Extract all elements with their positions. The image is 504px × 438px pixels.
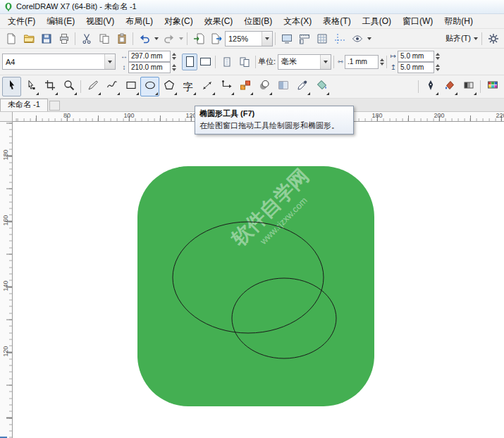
menu-effects[interactable]: 效果(C) [199, 14, 239, 29]
new-tab-button[interactable] [49, 101, 60, 111]
connector-tool[interactable] [216, 77, 235, 96]
undo-list-dropdown[interactable] [153, 31, 160, 46]
color-palette-button[interactable] [483, 77, 502, 96]
transparency-tool[interactable] [273, 77, 293, 96]
open-button[interactable] [20, 30, 37, 47]
duplicate-x-field[interactable]: 5.0 mm [398, 51, 434, 62]
page-width-spinner[interactable] [172, 53, 176, 60]
blend-tool[interactable] [235, 77, 254, 96]
page-height-field[interactable]: 210.0 mm [128, 62, 171, 73]
page-size-combo[interactable]: A4 [2, 54, 116, 70]
artistic-media-tool[interactable] [102, 77, 121, 96]
duplicate-x-spinner[interactable] [436, 53, 440, 60]
color-eyedropper-tool[interactable] [293, 77, 312, 96]
cut-button[interactable] [78, 30, 95, 47]
nudge-distance-field[interactable]: .1 mm [345, 55, 379, 69]
page-size-combo-button[interactable] [104, 54, 115, 69]
zoom-level-value: 125% [228, 35, 248, 43]
pick-tool[interactable] [2, 77, 21, 96]
duplicate-y-field[interactable]: 5.0 mm [398, 62, 434, 73]
duplicate-y-spinner[interactable] [436, 64, 440, 71]
green-rounded-square[interactable] [137, 166, 374, 406]
landscape-icon [200, 58, 211, 65]
rectangle-tool-icon [125, 80, 137, 94]
interactive-fill-icon [463, 80, 474, 94]
zoom-combo-button[interactable] [262, 32, 272, 46]
paste-button[interactable] [113, 30, 130, 47]
rectangle-tool[interactable] [121, 77, 140, 96]
chevron-down-icon [108, 61, 112, 63]
show-rulers-button[interactable] [295, 30, 313, 47]
show-grid-button[interactable] [313, 30, 331, 47]
landscape-button[interactable] [197, 54, 213, 70]
fill-tool[interactable] [440, 77, 459, 96]
current-page-icon [221, 56, 233, 68]
guidelines-button[interactable] [331, 30, 348, 47]
outline-pen-tool[interactable] [421, 77, 440, 96]
open-folder-icon [23, 33, 35, 44]
interactive-fill-tool[interactable] [459, 77, 478, 96]
drawing-canvas[interactable]: 软件自学网 www.rjzxw.com [13, 122, 504, 438]
snap-to-dropdown[interactable]: 贴齐(T) [444, 31, 479, 46]
page-width-icon: ↔ [120, 52, 128, 60]
view-mode-button[interactable] [348, 30, 366, 47]
new-document-button[interactable] [2, 30, 20, 47]
menu-table[interactable]: 表格(T) [317, 14, 356, 29]
shape-tool[interactable] [21, 77, 40, 96]
nudge-distance-icon: ⇿ [336, 58, 345, 65]
menu-tools[interactable]: 工具(O) [357, 14, 397, 29]
menu-help[interactable]: 帮助(H) [438, 14, 479, 29]
window-title: CorelDRAW X7 (64-Bit) - 未命名 -1 [16, 1, 137, 12]
ruler-origin-button[interactable] [0, 112, 13, 122]
options-button[interactable] [484, 30, 502, 47]
undo-button[interactable] [135, 30, 153, 47]
coreldraw-window: CorelDRAW X7 (64-Bit) - 未命名 -1 文件(F) 编辑(… [0, 0, 504, 438]
menu-file[interactable]: 文件(F) [2, 14, 41, 29]
freehand-tool[interactable] [83, 77, 102, 96]
page-height-spinner[interactable] [172, 64, 176, 71]
menu-bitmaps[interactable]: 位图(B) [238, 14, 278, 29]
drop-shadow-tool[interactable] [254, 77, 273, 96]
menu-view[interactable]: 视图(V) [80, 14, 120, 29]
view-mode-dropdown[interactable] [366, 31, 373, 46]
nudge-spinner[interactable] [380, 58, 384, 65]
connector-tool-icon [221, 80, 232, 94]
portrait-icon [186, 56, 194, 67]
menu-object[interactable]: 对象(C) [159, 14, 199, 29]
units-combo-button[interactable] [320, 55, 331, 69]
menu-layout[interactable]: 布局(L) [120, 14, 159, 29]
zoom-tool[interactable] [59, 77, 78, 96]
toolbar-separator [418, 80, 419, 93]
vertical-ruler[interactable]: 180 160 140 120 [0, 122, 13, 438]
fullscreen-preview-button[interactable] [278, 30, 295, 47]
ellipse-tool[interactable] [140, 77, 159, 96]
smart-fill-tool[interactable] [312, 77, 331, 96]
units-combo[interactable]: 毫米 [278, 54, 331, 70]
page-width-field[interactable]: 297.0 mm [128, 51, 171, 62]
chevron-down-icon [474, 37, 478, 40]
h-ruler-number: 200 [434, 112, 444, 119]
redo-button[interactable] [160, 30, 178, 47]
guidelines-icon [334, 33, 345, 44]
dimension-tool[interactable] [197, 77, 216, 96]
export-button[interactable] [207, 30, 225, 47]
import-button[interactable] [190, 30, 207, 47]
crop-tool[interactable] [40, 77, 59, 96]
menu-window[interactable]: 窗口(W) [397, 14, 438, 29]
all-pages-button[interactable] [235, 54, 253, 70]
copy-button[interactable] [95, 30, 113, 47]
page-height-icon: ↕ [120, 63, 128, 71]
print-button[interactable] [55, 30, 73, 47]
zoom-level-combo[interactable]: 125% [225, 31, 273, 46]
polygon-tool[interactable] [159, 77, 178, 96]
menu-edit[interactable]: 编辑(E) [41, 14, 80, 29]
current-page-button[interactable] [218, 54, 235, 70]
redo-list-dropdown[interactable] [178, 31, 185, 46]
title-bar[interactable]: CorelDRAW X7 (64-Bit) - 未命名 -1 [0, 0, 504, 14]
document-tab[interactable]: 未命名 -1 [0, 99, 48, 111]
portrait-button[interactable] [182, 54, 197, 70]
text-tool[interactable]: 字 [178, 77, 197, 96]
menu-text[interactable]: 文本(X) [278, 14, 317, 29]
save-button[interactable] [37, 30, 55, 47]
chevron-down-icon [367, 37, 371, 40]
